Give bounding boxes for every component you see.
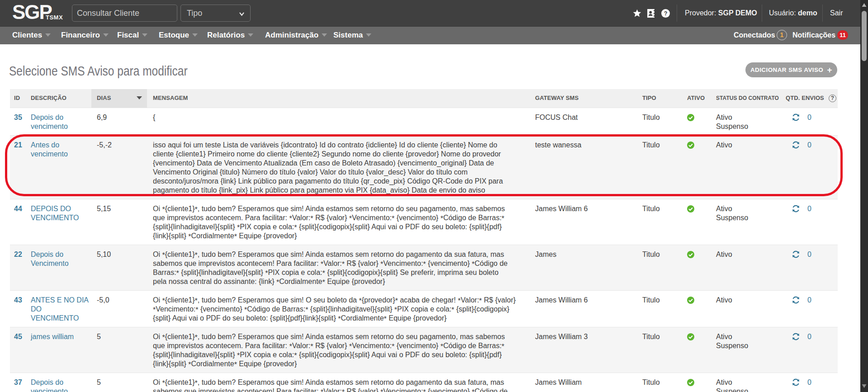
svg-text:?: ?	[664, 10, 668, 17]
